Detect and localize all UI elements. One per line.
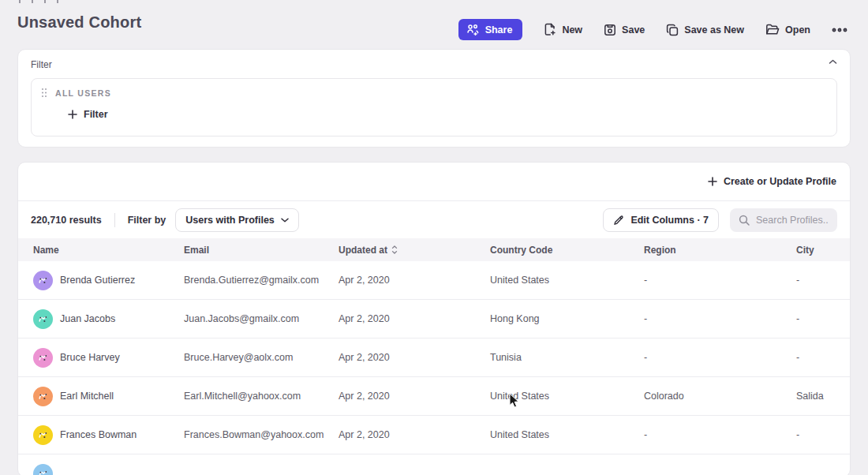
create-or-update-profile-label: Create or Update Profile	[724, 176, 836, 187]
profile-region: -	[644, 429, 796, 440]
toolbar: Share New Save	[458, 19, 847, 40]
table-header-row: Name Email Updated at Country Code Regio…	[18, 238, 850, 261]
pencil-icon	[613, 215, 624, 226]
profile-region: -	[644, 352, 796, 363]
save-as-new-button[interactable]: Save as New	[666, 24, 744, 36]
profile-updated-at: Apr 2, 2020	[339, 352, 490, 363]
filter-by-label: Filter by	[128, 215, 166, 226]
profile-country-code: Tunisia	[490, 352, 644, 363]
profile-updated-at: Apr 2, 2020	[339, 275, 490, 286]
share-button[interactable]: Share	[458, 19, 523, 40]
open-button-label: Open	[785, 24, 810, 36]
avatar	[33, 464, 53, 475]
share-button-label: Share	[485, 24, 513, 36]
edit-columns-button[interactable]: Edit Columns · 7	[603, 208, 719, 232]
collapse-filter-button[interactable]	[829, 59, 837, 65]
profile-type-dropdown[interactable]: Users with Profiles	[175, 208, 299, 232]
table-row[interactable]: Bruce Harvey Bruce.Harvey@aolx.com Apr 2…	[18, 338, 850, 377]
create-or-update-profile-button[interactable]: Create or Update Profile	[708, 176, 836, 187]
table-row[interactable]	[18, 454, 850, 475]
profile-city: -	[796, 275, 850, 286]
profile-country-code: United States	[490, 429, 644, 440]
file-plus-icon	[544, 23, 556, 36]
page-header: Unsaved Cohort Share New	[0, 0, 868, 49]
folder-open-icon	[765, 24, 780, 36]
profile-updated-at: Apr 2, 2020	[339, 313, 490, 324]
avatar	[33, 425, 53, 445]
profile-email: Frances.Bowman@yahoox.com	[184, 429, 339, 440]
search-profiles-box	[730, 208, 837, 232]
avatar	[33, 387, 53, 406]
profile-name: Bruce Harvey	[60, 352, 120, 363]
column-header-city[interactable]: City	[796, 245, 850, 256]
table-controls: 220,710 results Filter by Users with Pro…	[18, 200, 850, 238]
table-row[interactable]: Brenda Gutierrez Brenda.Gutierrez@gmailx…	[18, 261, 850, 300]
table-row[interactable]: Frances Bowman Frances.Bowman@yahoox.com…	[18, 416, 850, 454]
table-body: Brenda Gutierrez Brenda.Gutierrez@gmailx…	[18, 261, 850, 475]
all-users-label: ALL USERS	[55, 88, 111, 98]
profile-country-code: United States	[490, 391, 644, 402]
profile-type-value: Users with Profiles	[185, 215, 275, 226]
profile-country-code: Hong Kong	[490, 313, 644, 324]
plus-icon	[708, 177, 717, 186]
profile-updated-at: Apr 2, 2020	[339, 391, 490, 402]
profile-name: Frances Bowman	[60, 429, 137, 440]
profile-name: Earl Mitchell	[60, 391, 114, 402]
profile-region: -	[644, 275, 796, 286]
table-row[interactable]: Earl Mitchell Earl.Mitchell@yahoox.com A…	[18, 377, 850, 416]
share-users-icon	[466, 24, 480, 36]
profiles-panel: Create or Update Profile 220,710 results…	[17, 162, 851, 475]
more-options-button[interactable]	[832, 28, 847, 32]
profile-city: Salida	[796, 391, 850, 402]
drag-handle-icon[interactable]	[41, 88, 47, 98]
add-filter-button[interactable]: Filter	[68, 109, 108, 120]
add-filter-label: Filter	[84, 109, 108, 120]
profile-region: -	[644, 313, 796, 324]
profile-country-code: United States	[490, 275, 644, 286]
column-header-region[interactable]: Region	[644, 245, 796, 256]
copy-icon	[666, 24, 679, 36]
filter-panel-title: Filter	[31, 59, 837, 70]
new-button[interactable]: New	[544, 23, 582, 36]
open-button[interactable]: Open	[765, 24, 810, 36]
column-header-name[interactable]: Name	[33, 245, 184, 256]
profile-email: Juan.Jacobs@gmailx.com	[184, 313, 339, 324]
profile-city: -	[796, 429, 850, 440]
avatar	[33, 348, 53, 368]
avatar	[33, 309, 53, 329]
profile-updated-at: Apr 2, 2020	[339, 429, 490, 440]
table-row[interactable]: Juan Jacobs Juan.Jacobs@gmailx.com Apr 2…	[18, 300, 850, 338]
save-icon	[604, 24, 616, 36]
profile-email: Bruce.Harvey@aolx.com	[184, 352, 339, 363]
results-count: 220,710 results	[31, 215, 102, 226]
profile-region: Colorado	[644, 391, 796, 402]
chevron-up-icon	[829, 59, 837, 65]
profile-name: Brenda Gutierrez	[60, 275, 135, 286]
save-as-new-button-label: Save as New	[684, 24, 744, 36]
chevron-down-icon	[281, 218, 289, 223]
divider	[114, 213, 115, 227]
avatar	[33, 271, 53, 290]
save-button[interactable]: Save	[604, 24, 645, 36]
profile-city: -	[796, 352, 850, 363]
sort-icon	[391, 245, 398, 254]
profile-email: Earl.Mitchell@yahoox.com	[184, 391, 339, 402]
search-icon	[739, 215, 750, 226]
profile-email: Brenda.Gutierrez@gmailx.com	[184, 275, 339, 286]
column-header-country-code[interactable]: Country Code	[490, 245, 644, 256]
column-header-updated-at[interactable]: Updated at	[339, 245, 490, 256]
edit-columns-label: Edit Columns · 7	[630, 215, 709, 226]
column-header-email[interactable]: Email	[184, 245, 339, 256]
search-profiles-input[interactable]	[756, 215, 829, 226]
profile-name: Juan Jacobs	[60, 313, 115, 324]
filter-group: ALL USERS Filter	[31, 78, 837, 137]
more-dots-icon	[832, 28, 847, 32]
plus-icon	[68, 110, 77, 119]
save-button-label: Save	[622, 24, 645, 36]
new-button-label: New	[562, 24, 582, 36]
filter-panel: Filter ALL USERS Filter	[17, 49, 851, 148]
profile-city: -	[796, 313, 850, 324]
